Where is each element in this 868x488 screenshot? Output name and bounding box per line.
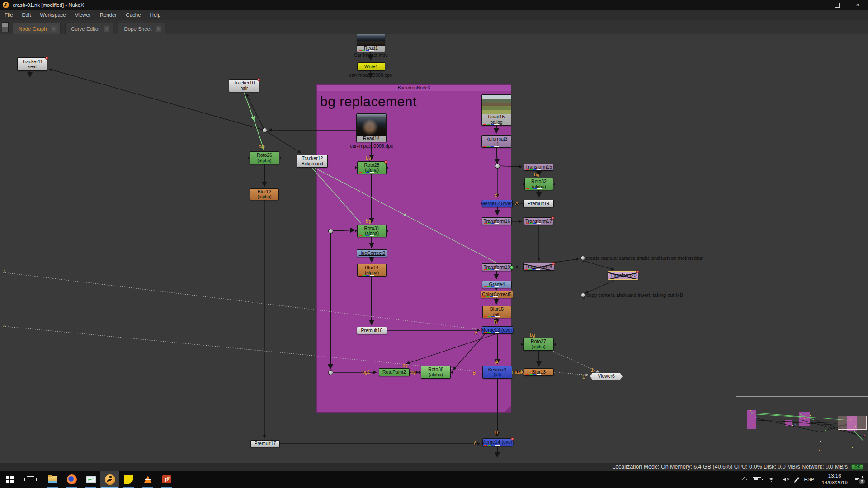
nukex-window: BackdropNode3bg replacementRead1Write1Tr… [0, 0, 868, 488]
node-merge12[interactable]: Merge12 (over) [482, 200, 513, 207]
node-transform15[interactable]: Transform15 [524, 164, 553, 171]
node-rotopaint2[interactable]: RotoPaint2 [379, 368, 410, 376]
pane-layout-icon[interactable] [2, 22, 9, 32]
node-label: Roto26 [257, 153, 272, 158]
clock[interactable]: 13:16 14/03/2019 [821, 473, 848, 486]
node-write1[interactable]: Write1 [357, 62, 385, 71]
node-transform18[interactable]: Transform18 [523, 263, 554, 271]
node-graph-canvas[interactable]: BackdropNode3bg replacementRead1Write1Tr… [0, 34, 868, 463]
node-transform19[interactable]: Transform19 [482, 263, 512, 271]
node-premult18[interactable]: Premult18 [357, 327, 387, 334]
maximize-button[interactable] [826, 0, 847, 10]
node-roto27[interactable]: Roto27(alpha) [523, 338, 554, 351]
wire [496, 148, 497, 164]
node-sublabel: hair [241, 86, 248, 91]
dot-node[interactable] [495, 164, 500, 169]
node-tracker11[interactable]: Tracker11seat [17, 57, 47, 71]
windows-logo-icon [6, 476, 14, 483]
node-premult19[interactable]: Premult19 [523, 200, 554, 207]
node-blur14[interactable]: Blur14(alpha) [357, 264, 387, 277]
channel-chips [359, 50, 374, 52]
dot-node[interactable] [328, 370, 333, 375]
menu-edit[interactable]: Edit [18, 12, 36, 18]
start-button[interactable] [0, 471, 19, 488]
node-label: Keymix3 [488, 367, 506, 373]
menu-file[interactable]: File [0, 12, 18, 18]
node-reformat3[interactable]: Reformat3( ) [481, 135, 511, 148]
vlc-button[interactable] [138, 471, 157, 488]
nuke-app-icon [3, 2, 9, 8]
wire [406, 334, 495, 364]
tab-close-icon[interactable]: × [104, 26, 109, 32]
node-tracker10[interactable]: Tracker10hair [229, 79, 259, 92]
task-view-button[interactable] [21, 471, 40, 488]
node-read14[interactable]: Read14 [356, 113, 387, 142]
system-monitor-button[interactable] [81, 471, 100, 488]
node-colorcorrect5[interactable]: ColorCorrect5 [481, 291, 513, 298]
node-roto38[interactable]: Roto38(alpha) [421, 366, 451, 379]
minimap-node-dot [753, 424, 754, 425]
dot-node[interactable] [262, 128, 267, 133]
tab-node-graph[interactable]: Node Graph × [13, 23, 61, 34]
node-huecorrect3[interactable]: HueCorrect3 [357, 249, 387, 257]
firefox-button[interactable] [62, 471, 81, 488]
node-roto28[interactable]: Roto28(alpha) [357, 161, 387, 174]
wire-label: mask [512, 369, 523, 375]
menu-help[interactable]: Help [146, 12, 165, 18]
tab-close-icon[interactable]: × [156, 26, 161, 32]
node-transform17[interactable]: Transform17 [524, 217, 553, 225]
dot-node[interactable] [328, 229, 333, 234]
node-keymix3[interactable]: Keymix3(all) [482, 366, 512, 379]
tab-dope-sheet[interactable]: Dope Sheet × [118, 23, 165, 34]
channel-chips [526, 188, 542, 190]
minimap[interactable]: · ··· [736, 396, 868, 462]
language-indicator[interactable]: ESP [804, 477, 814, 482]
minimap-viewport[interactable] [838, 416, 867, 430]
node-blur12[interactable]: Blur12(alpha) [250, 188, 279, 200]
node-blur13[interactable]: Blur13 [524, 368, 554, 376]
wifi-icon[interactable] [768, 477, 775, 482]
pen-icon[interactable] [796, 477, 797, 483]
node-sublabel: (all) [494, 372, 501, 377]
channel-chips [525, 206, 540, 207]
powerpoint-button[interactable]: P [157, 471, 176, 488]
action-center-icon[interactable]: 3 [854, 476, 863, 483]
node-merge13[interactable]: Merge13 (over) [482, 326, 513, 334]
battery-icon[interactable] [753, 477, 761, 482]
file-explorer-button[interactable] [43, 471, 62, 488]
close-button[interactable]: × [847, 0, 868, 10]
node-roto26[interactable]: Roto26(alpha) [250, 151, 279, 164]
volume-muted-icon[interactable]: ✕ [781, 477, 790, 482]
node-tracker12[interactable]: Tracker12Bckground [297, 155, 328, 168]
sticky-note[interactable]: copy camera ahsk and invert, taking out … [581, 293, 683, 298]
node-premult17[interactable]: Premult17 [250, 440, 280, 447]
wire-label: bg [534, 172, 539, 177]
node-label: Roto31 [364, 226, 380, 231]
node-viewer6[interactable]: Viewer6 [590, 373, 623, 380]
minimize-button[interactable] [806, 0, 826, 10]
minimap-node-dot [804, 418, 805, 419]
nuke-taskbar-button[interactable] [100, 471, 119, 488]
tab-close-icon[interactable]: × [51, 26, 57, 32]
node-blur15[interactable]: Blur15(all) [482, 306, 511, 318]
menu-cache[interactable]: Cache [121, 12, 145, 18]
node-transform16[interactable]: Transform16 [482, 217, 512, 225]
menu-viewer[interactable]: Viewer [71, 12, 95, 18]
wire [553, 259, 579, 263]
node-read15[interactable]: Read15bg.jpg [481, 94, 511, 126]
node-roto32[interactable]: Roto32(alpha) [524, 178, 553, 190]
tab-curve-editor[interactable]: Curve Editor × [65, 23, 113, 34]
node-merge14[interactable]: Merge14 (over) [482, 438, 513, 446]
menu-workspace[interactable]: Workspace [35, 12, 70, 18]
minimap-node-dot [792, 425, 793, 426]
node-read1[interactable]: Read1 [357, 34, 385, 52]
yellow-app-button[interactable] [119, 471, 138, 488]
node-grade4[interactable]: Grade4 [482, 281, 512, 288]
node-sublabel: (alpha) [257, 194, 271, 199]
sticky-note[interactable]: create manual camera shake and turn on m… [580, 256, 703, 261]
node-roto31[interactable]: Roto31(alpha) [357, 225, 387, 237]
channel-chips [484, 332, 499, 333]
node-transform20[interactable]: Transform20 [608, 271, 638, 280]
menu-render[interactable]: Render [95, 12, 122, 18]
tray-expand-chevron-icon[interactable] [742, 477, 746, 482]
